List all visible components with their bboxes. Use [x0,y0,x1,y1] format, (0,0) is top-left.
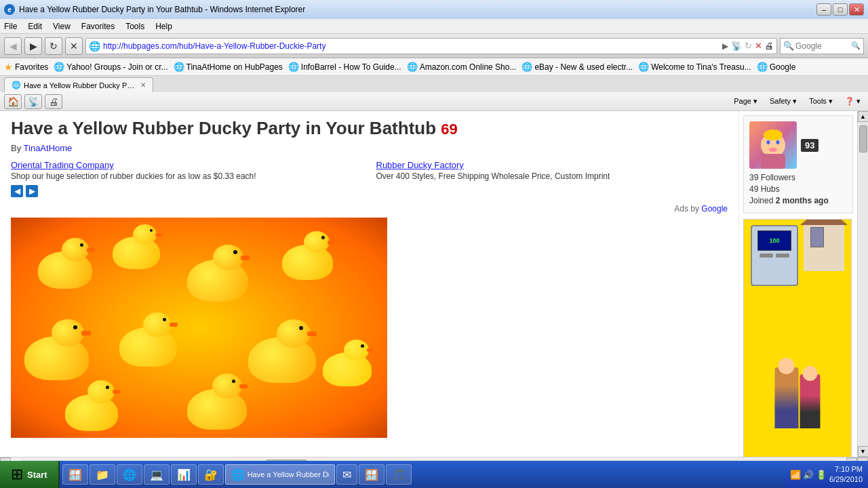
tab-close-button[interactable]: ✕ [140,81,146,89]
ad-title-rubber-ducky[interactable]: Rubber Ducky Factory [376,160,728,170]
search-input[interactable] [795,41,850,51]
taskbar-app-0[interactable]: 🪟 [62,464,88,485]
favorites-bar: ★ Favorites 🌐 Yahoo! Groups - Join or cr… [0,58,868,76]
taskbar-app-2[interactable]: 🌐 [117,464,142,485]
taskbar-icon-7: 🪟 [365,468,378,481]
search-box: 🔍 🔍 [780,38,864,54]
taskbar-app-ie[interactable]: 🌐 Have a Yellow Rubber Du... [225,464,335,485]
ad-section: Oriental Trading Company Shop our huge s… [11,160,728,197]
taskbar-app-5[interactable]: 🔐 [198,464,224,485]
menu-file[interactable]: File [4,22,17,31]
fav-google[interactable]: 🌐 Google [757,62,796,72]
fav-tinas-treasure[interactable]: 🌐 Welcome to Tina's Treasu... [638,62,751,72]
clock[interactable]: 7:10 PM 6/29/2010 [829,464,863,485]
go-button[interactable]: ▶ [722,41,728,51]
refresh-nav-icon[interactable]: ↻ [745,41,752,51]
tinaathome-icon: 🌐 [174,62,184,72]
taskbar-app-6[interactable]: ✉ [336,464,357,485]
tab-label: Have a Yellow Rubber Ducky Party in Your… [24,81,135,89]
main-image [11,218,387,438]
print-icon[interactable]: 🖨 [765,41,774,51]
by-prefix: By [11,143,21,153]
print-cmd-button[interactable]: 🖨 [45,94,62,109]
fav-tinaathome[interactable]: 🌐 TinaAtHome on HubPages [174,62,283,72]
house-graphic [804,224,844,271]
ad-item-oriental: Oriental Trading Company Shop our huge s… [11,160,363,197]
menu-favorites[interactable]: Favorites [81,22,115,31]
taskbar-app-4[interactable]: 📊 [171,464,197,485]
ad-next-button[interactable]: ▶ [26,185,38,197]
scroll-track[interactable] [859,122,868,446]
taskbar-app-7[interactable]: 🪟 [359,464,384,485]
page-title: Have a Yellow Rubber Ducky Party in Your… [11,118,728,139]
person-female-graphic [800,374,821,428]
infobarrel-icon: 🌐 [288,62,299,72]
tools-menu[interactable]: Tools ▾ [806,95,836,108]
address-bar: 🌐 ▶ 📡 ↻ ✕ 🖨 [85,38,777,54]
url-input[interactable] [103,41,719,51]
fav-yahoo[interactable]: 🌐 Yahoo! Groups - Join or cr... [54,62,167,72]
content-area: Have a Yellow Rubber Ducky Party in Your… [0,111,868,457]
maximize-button[interactable]: □ [833,3,848,16]
page-menu[interactable]: Page ▾ [730,95,761,108]
forward-button[interactable]: ▶ [24,37,42,55]
back-button[interactable]: ◀ [4,37,22,55]
avatar [749,121,797,169]
search-button[interactable]: 🔍 [851,41,861,50]
google-text: Google [701,204,728,214]
system-icons: 📶 🔊 🔋 [790,470,827,480]
menu-tools[interactable]: Tools [125,22,144,31]
ad-title-oriental[interactable]: Oriental Trading Company [11,160,363,170]
fav-ebay[interactable]: 🌐 eBay - New & used electr... [521,62,633,72]
menu-edit[interactable]: Edit [28,22,42,31]
ad-prev-button[interactable]: ◀ [11,185,23,197]
title-bar: e Have a Yellow Rubber Ducky Party in Yo… [0,0,868,19]
minimize-button[interactable]: – [816,3,831,16]
menu-view[interactable]: View [53,22,71,31]
taskbar-right: 📶 🔊 🔋 7:10 PM 6/29/2010 [785,461,868,488]
svg-rect-6 [761,154,785,169]
tinas-treasure-icon: 🌐 [638,62,649,72]
sidebar-advertisement[interactable]: 100 It's Your Life. [743,219,852,457]
followers-count: 39 Followers [749,173,847,182]
fav-amazon[interactable]: 🌐 Amazon.com Online Sho... [407,62,517,72]
ebay-icon: 🌐 [521,62,532,72]
help-menu[interactable]: ❓ ▾ [842,95,864,108]
amazon-icon: 🌐 [407,62,418,72]
taskbar-icon-8: 🎵 [392,468,406,481]
close-button[interactable]: ✕ [849,3,864,16]
fav-infobarrel[interactable]: 🌐 InfoBarrel - How To Guide... [288,62,401,72]
taskbar-app-3[interactable]: 💻 [144,464,170,485]
safety-menu[interactable]: Safety ▾ [766,95,800,108]
stop-nav-icon[interactable]: ✕ [755,41,762,51]
refresh-button[interactable]: ↻ [45,37,62,55]
start-button[interactable]: ⊞ Start [0,461,60,488]
menu-help[interactable]: Help [155,22,172,31]
stop-button[interactable]: ✕ [65,37,83,55]
menu-bar: File Edit View Favorites Tools Help [0,19,868,34]
ad-item-rubber-ducky: Rubber Ducky Factory Over 400 Styles, Fr… [376,160,728,197]
atm-graphic: 100 [751,225,798,286]
house-roof-graphic [800,219,848,225]
home-button[interactable]: 🏠 [4,94,22,109]
svg-point-2 [767,140,770,144]
scroll-thumb[interactable] [859,125,867,152]
author-link[interactable]: TinaAtHome [24,143,73,153]
fav-google-label: Google [770,62,796,72]
svg-point-3 [776,140,780,144]
person-male-graphic [775,367,799,428]
battery-icon: 🔋 [816,470,827,480]
tab-rubber-ducky[interactable]: 🌐 Have a Yellow Rubber Ducky Party in Yo… [4,77,153,92]
hubs-count: 49 Hubs [749,184,847,194]
google-fav-icon: 🌐 [757,62,768,72]
taskbar-app-1[interactable]: 📁 [90,464,115,485]
taskbar-app-8[interactable]: 🎵 [386,464,412,485]
scroll-up-button[interactable]: ▲ [858,111,869,122]
rss-cmd-button[interactable]: 📡 [24,94,42,109]
favorites-toggle[interactable]: ★ Favorites [4,62,48,73]
command-bar: 🏠 📡 🖨 Page ▾ Safety ▾ Tools ▾ ❓ ▾ [0,92,868,111]
scroll-down-button[interactable]: ▼ [858,446,869,457]
rss-icon[interactable]: 📡 [731,41,742,51]
search-engine-icon: 🔍 [783,41,794,51]
page-content: Have a Yellow Rubber Ducky Party in Your… [0,111,738,457]
